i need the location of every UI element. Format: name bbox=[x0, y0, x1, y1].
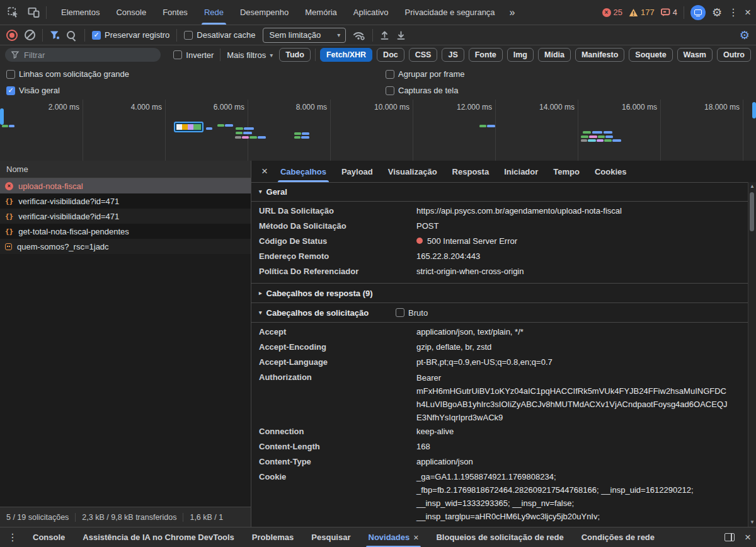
scroll-down-icon[interactable]: ▼ bbox=[748, 519, 756, 526]
drawer-tab-problemas[interactable]: Problemas bbox=[243, 527, 302, 547]
details-tab-visualiza-o[interactable]: Visualização bbox=[381, 161, 445, 182]
close-devtools-icon[interactable]: × bbox=[745, 6, 751, 19]
timeline-tick-label: 16.000 ms bbox=[622, 103, 657, 112]
filter-funnel-icon[interactable] bbox=[50, 30, 60, 40]
disable-cache-checkbox[interactable]: Desativar cache bbox=[184, 30, 255, 40]
details-tab-tempo[interactable]: Tempo bbox=[546, 161, 587, 182]
details-scrollbar[interactable]: ▲ ▼ bbox=[748, 182, 756, 527]
chip-outro[interactable]: Outro bbox=[717, 48, 751, 62]
chip-manifesto[interactable]: Manifesto bbox=[575, 48, 624, 62]
main-menu-kebab-icon[interactable]: ⋮ bbox=[728, 6, 738, 18]
preserve-log-checkbox[interactable]: ✓ Preservar registro bbox=[92, 30, 169, 40]
chip-fonte[interactable]: Fonte bbox=[469, 48, 503, 62]
overview-left-handle[interactable] bbox=[0, 108, 4, 125]
divider bbox=[220, 49, 220, 61]
chip-js[interactable]: JS bbox=[442, 48, 464, 62]
tab-desempenho[interactable]: Desempenho bbox=[232, 0, 297, 25]
chip-img[interactable]: Img bbox=[507, 48, 534, 62]
header-value: strict-origin-when-cross-origin bbox=[416, 264, 524, 279]
header-name: Accept-Language bbox=[259, 355, 416, 370]
overview-right-handle[interactable] bbox=[752, 102, 756, 118]
throttling-select[interactable]: Sem limitação ▾ bbox=[263, 28, 346, 43]
settings-gear-icon[interactable]: ⚙ bbox=[712, 6, 722, 20]
close-drawer-icon[interactable]: × bbox=[745, 531, 751, 544]
filter-placeholder: Filtrar bbox=[24, 50, 45, 60]
close-details-icon[interactable]: × bbox=[261, 165, 268, 178]
raw-headers-checkbox[interactable]: Bruto bbox=[396, 308, 428, 318]
drawer-tab-pesquisar[interactable]: Pesquisar bbox=[302, 527, 359, 547]
chip-m-dia[interactable]: Mídia bbox=[538, 48, 571, 62]
clear-network-log-icon[interactable] bbox=[25, 30, 35, 40]
chip-soquete[interactable]: Soquete bbox=[629, 48, 672, 62]
network-overview-timeline[interactable]: 2.000 ms4.000 ms6.000 ms8.000 ms10.000 m… bbox=[0, 100, 756, 161]
header-value: 165.22.8.204:443 bbox=[416, 249, 480, 264]
drawer-tab-condi-es-de-rede[interactable]: Condições de rede bbox=[573, 527, 663, 547]
chip-css[interactable]: CSS bbox=[409, 48, 438, 62]
record-network-log-icon[interactable] bbox=[6, 30, 18, 41]
network-conditions-icon[interactable] bbox=[353, 30, 365, 40]
timeline-gridline bbox=[743, 100, 743, 161]
dock-panel-icon[interactable] bbox=[724, 533, 735, 541]
issues-badge[interactable]: 4 bbox=[661, 8, 677, 17]
scroll-up-icon[interactable]: ▲ bbox=[748, 183, 756, 190]
request-row[interactable]: {}verificar-visibilidade?id=471 bbox=[0, 209, 251, 224]
extension-device-icon[interactable] bbox=[690, 5, 706, 20]
timeline-tick-label: 4.000 ms bbox=[131, 103, 162, 112]
details-tab-resposta[interactable]: Resposta bbox=[445, 161, 497, 182]
filter-input[interactable]: Filtrar bbox=[5, 48, 161, 62]
chip-fetch-xhr[interactable]: Fetch/XHR bbox=[320, 48, 372, 62]
tab-console[interactable]: Console bbox=[108, 0, 154, 25]
tab-memória[interactable]: Memória bbox=[297, 0, 345, 25]
general-section-title: Geral bbox=[266, 187, 287, 197]
inspect-element-icon[interactable] bbox=[8, 7, 19, 18]
import-har-icon[interactable] bbox=[380, 30, 389, 40]
search-icon[interactable] bbox=[67, 31, 75, 39]
screenshots-checkbox[interactable]: Capturas de tela bbox=[386, 86, 458, 95]
chip-tudo[interactable]: Tudo bbox=[279, 48, 311, 62]
chip-doc[interactable]: Doc bbox=[377, 48, 404, 62]
overview-checkbox[interactable]: ✓ Visão geral bbox=[6, 86, 60, 95]
scrollbar-thumb[interactable] bbox=[750, 192, 754, 231]
drawer-menu-kebab-icon[interactable]: ⋮ bbox=[8, 531, 18, 543]
tab-rede[interactable]: Rede bbox=[196, 0, 232, 25]
console-errors-badge[interactable]: × 25 bbox=[602, 8, 622, 17]
response-headers-section-header[interactable]: ▸ Cabeçalhos de resposta (9) bbox=[259, 284, 748, 302]
big-request-rows-checkbox[interactable]: Linhas com solicitação grande bbox=[6, 69, 129, 79]
console-warnings-badge[interactable]: 177 bbox=[629, 8, 655, 17]
details-tab-cookies[interactable]: Cookies bbox=[587, 161, 634, 182]
details-tab-payload[interactable]: Payload bbox=[334, 161, 381, 182]
header-name: Endereço Remoto bbox=[259, 249, 416, 264]
header-row: Endereço Remoto165.22.8.204:443 bbox=[259, 249, 748, 264]
group-by-frame-checkbox[interactable]: Agrupar por frame bbox=[386, 69, 465, 79]
overview-selected-request[interactable] bbox=[174, 122, 203, 132]
invert-filter-checkbox[interactable]: Inverter bbox=[173, 50, 214, 60]
chip-wasm[interactable]: Wasm bbox=[677, 48, 713, 62]
request-row[interactable]: ×upload-nota-fiscal bbox=[0, 178, 251, 193]
drawer-tab-console[interactable]: Console bbox=[24, 527, 74, 547]
divider bbox=[684, 6, 684, 19]
request-row[interactable]: {}verificar-visibilidade?id=471 bbox=[0, 193, 251, 209]
more-tabs-icon[interactable]: » bbox=[503, 7, 522, 18]
details-tab-cabe-alhos[interactable]: Cabeçalhos bbox=[273, 161, 334, 182]
network-settings-gear-icon[interactable]: ⚙ bbox=[740, 28, 750, 42]
tab-fontes[interactable]: Fontes bbox=[154, 0, 196, 25]
request-headers-section-header[interactable]: ▾ Cabeçalhos de solicitação Bruto bbox=[259, 303, 748, 322]
tab-aplicativo[interactable]: Aplicativo bbox=[345, 0, 397, 25]
close-tab-icon[interactable]: × bbox=[413, 533, 418, 543]
drawer-tab-bloqueios-de-solicita-o-de-rede[interactable]: Bloqueios de solicitação de rede bbox=[427, 527, 572, 547]
request-row[interactable]: quem-somos?_rsc=1jadc bbox=[0, 239, 251, 254]
device-toolbar-icon[interactable] bbox=[28, 7, 40, 18]
drawer-tab-novidades[interactable]: Novidades× bbox=[360, 527, 428, 547]
request-row[interactable]: {}get-total-nota-fiscal-pendentes bbox=[0, 224, 251, 239]
general-section-header[interactable]: ▾ Geral bbox=[259, 182, 748, 201]
details-tab-iniciador[interactable]: Iniciador bbox=[496, 161, 546, 182]
export-har-icon[interactable] bbox=[396, 30, 406, 40]
tab-elementos[interactable]: Elementos bbox=[53, 0, 108, 25]
timeline-tick-label: 2.000 ms bbox=[49, 103, 79, 112]
divider bbox=[372, 29, 373, 42]
requests-column-header[interactable]: Nome bbox=[0, 161, 251, 178]
drawer-tab-assist-ncia-de-ia-no-chrome-devtools[interactable]: Assistência de IA no Chrome DevTools bbox=[74, 527, 243, 547]
more-filters-dropdown[interactable]: Mais filtros ▾ bbox=[227, 50, 273, 60]
header-name: Connection bbox=[259, 424, 416, 439]
tab-privacidade-e-segurança[interactable]: Privacidade e segurança bbox=[397, 0, 503, 25]
